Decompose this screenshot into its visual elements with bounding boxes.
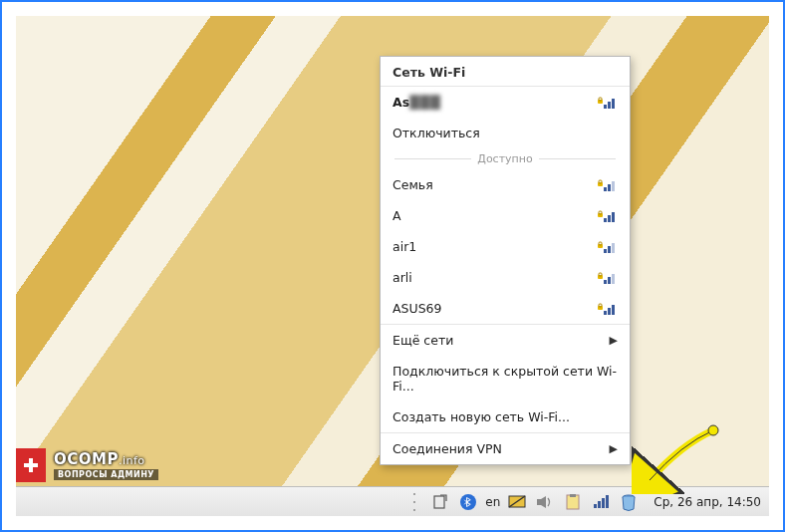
wifi-network-item[interactable]: arli xyxy=(381,262,630,293)
system-tray: en xyxy=(429,491,640,513)
wifi-create-new[interactable]: Создать новую сеть Wi-Fi... xyxy=(381,401,630,432)
tray-trash-icon[interactable] xyxy=(618,491,640,513)
svg-rect-1 xyxy=(608,102,611,109)
wifi-menu-title: Сеть Wi-Fi xyxy=(381,57,630,87)
wifi-create-new-label: Создать новую сеть Wi-Fi... xyxy=(392,409,618,424)
tray-volume-icon[interactable] xyxy=(534,491,556,513)
svg-rect-25 xyxy=(604,311,607,315)
svg-rect-22 xyxy=(612,274,615,284)
wifi-network-label: air1 xyxy=(392,239,598,254)
wifi-connected-label: As███ xyxy=(392,95,598,110)
screen: Сеть Wi-Fi As███ Отключиться Доступно Се… xyxy=(16,16,769,516)
wifi-connected-network[interactable]: As███ xyxy=(381,87,630,118)
wifi-network-label: ASUS69 xyxy=(392,301,598,316)
chevron-right-icon: ▶ xyxy=(610,442,618,455)
svg-rect-11 xyxy=(608,215,611,222)
svg-rect-36 xyxy=(537,499,541,505)
screenshot-frame: Сеть Wi-Fi As███ Отключиться Доступно Се… xyxy=(0,0,785,532)
wifi-vpn-connections[interactable]: Соединения VPN ▶ xyxy=(381,432,630,464)
wifi-connect-hidden-label: Подключиться к скрытой сети Wi-Fi... xyxy=(392,364,618,394)
svg-point-33 xyxy=(460,494,476,510)
svg-rect-21 xyxy=(608,277,611,284)
svg-rect-40 xyxy=(594,504,597,508)
wifi-signal-lock-icon xyxy=(598,178,618,192)
svg-rect-39 xyxy=(570,494,576,497)
svg-rect-20 xyxy=(604,280,607,284)
wifi-available-label: Доступно xyxy=(477,152,532,165)
svg-rect-41 xyxy=(598,501,601,508)
tray-display-icon[interactable] xyxy=(506,491,528,513)
svg-rect-5 xyxy=(604,187,607,191)
tray-bluetooth-icon[interactable] xyxy=(457,491,479,513)
wifi-signal-lock-icon xyxy=(598,209,618,223)
svg-rect-2 xyxy=(612,99,615,109)
wifi-network-label: arli xyxy=(392,270,598,285)
brand-tagline: ВОПРОСЫ АДМИНУ xyxy=(54,469,158,480)
tray-clipboard-icon[interactable] xyxy=(429,491,451,513)
wifi-signal-lock-icon xyxy=(598,271,618,285)
svg-rect-43 xyxy=(606,495,609,508)
site-watermark: OCOMP.info ВОПРОСЫ АДМИНУ xyxy=(16,448,166,482)
wifi-network-item[interactable]: Семья xyxy=(381,169,630,200)
wifi-menu: Сеть Wi-Fi As███ Отключиться Доступно Се… xyxy=(380,56,631,465)
tray-notes-icon[interactable] xyxy=(562,491,584,513)
tray-language-indicator[interactable]: en xyxy=(485,491,500,513)
wifi-connect-hidden[interactable]: Подключиться к скрытой сети Wi-Fi... xyxy=(381,356,630,401)
wifi-vpn-label: Соединения VPN xyxy=(392,441,610,456)
wifi-more-networks-label: Ещё сети xyxy=(392,333,610,348)
svg-rect-6 xyxy=(608,184,611,191)
wifi-network-item[interactable]: A xyxy=(381,200,630,231)
svg-rect-26 xyxy=(608,308,611,315)
svg-rect-38 xyxy=(567,495,579,509)
svg-rect-29 xyxy=(599,304,602,307)
svg-rect-42 xyxy=(602,498,605,508)
wifi-connected-name: As xyxy=(392,95,409,110)
wifi-network-item[interactable]: air1 xyxy=(381,231,630,262)
svg-rect-27 xyxy=(612,305,615,315)
wifi-signal-lock-icon xyxy=(598,302,618,316)
tray-network-icon[interactable] xyxy=(590,491,612,513)
svg-rect-12 xyxy=(612,212,615,222)
svg-rect-19 xyxy=(599,242,602,245)
svg-rect-15 xyxy=(604,249,607,253)
svg-rect-7 xyxy=(612,181,615,191)
svg-rect-10 xyxy=(604,218,607,222)
svg-rect-31 xyxy=(24,463,38,467)
svg-rect-17 xyxy=(612,243,615,253)
svg-rect-14 xyxy=(599,211,602,214)
wifi-more-networks[interactable]: Ещё сети ▶ xyxy=(381,324,630,356)
wifi-disconnect[interactable]: Отключиться xyxy=(381,118,630,148)
wifi-network-label: Семья xyxy=(392,177,598,192)
brand-name: OCOMP.info xyxy=(54,450,158,468)
wifi-available-divider: Доступно xyxy=(381,148,630,169)
svg-rect-4 xyxy=(599,98,602,101)
taskbar-clock[interactable]: Ср, 26 апр, 14:50 xyxy=(654,495,761,509)
wifi-disconnect-label: Отключиться xyxy=(392,126,618,140)
taskbar-grip-icon xyxy=(413,493,417,511)
brand-cross-icon xyxy=(16,448,46,482)
wifi-signal-lock-icon xyxy=(598,240,618,254)
svg-marker-37 xyxy=(541,496,546,508)
wifi-network-label: A xyxy=(392,208,598,223)
svg-rect-16 xyxy=(608,246,611,253)
svg-rect-32 xyxy=(434,496,444,508)
wifi-connected-obscured: ███ xyxy=(409,95,441,110)
svg-rect-9 xyxy=(599,180,602,183)
brand-text: OCOMP.info ВОПРОСЫ АДМИНУ xyxy=(46,448,166,482)
taskbar: en Ср, 26 апр, 14:50 xyxy=(16,486,769,516)
wifi-signal-lock-icon xyxy=(598,96,618,110)
chevron-right-icon: ▶ xyxy=(610,334,618,347)
svg-rect-24 xyxy=(599,273,602,276)
svg-rect-0 xyxy=(604,105,607,109)
wifi-network-item[interactable]: ASUS69 xyxy=(381,293,630,324)
